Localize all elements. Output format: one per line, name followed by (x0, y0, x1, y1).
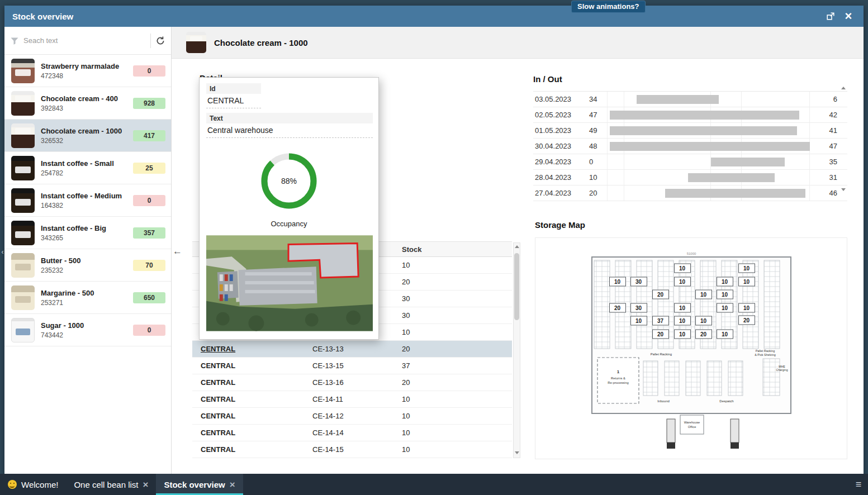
popout-icon[interactable] (823, 9, 838, 23)
edge-collapse-chevron[interactable]: ‹ (0, 246, 5, 258)
in-out-list: 03.05.2023 34 6 02.05.2023 47 42 01.05.2… (533, 91, 847, 201)
cell-id: CE-14-15 (304, 445, 393, 454)
taskbar-tab-label: One cell bean list (74, 480, 138, 489)
stock-table-row[interactable]: CENTRAL CE-14-11 10 (192, 391, 512, 408)
office-label-2: Office (687, 425, 696, 429)
taskbar-tab[interactable]: Welcome! × (0, 474, 66, 495)
product-info: Instant coffee - Small 254782 (41, 159, 133, 177)
returns-label-1: Returns & (611, 377, 625, 380)
in-out-bar-cell (607, 154, 814, 169)
stock-table-row[interactable]: CENTRAL CE-14-12 10 (192, 408, 512, 425)
scroll-down-icon[interactable] (515, 451, 519, 454)
warehouse-link[interactable]: CENTRAL (192, 395, 304, 403)
cell-id: CE-14-14 (304, 429, 393, 437)
pallet-racking-label: Pallet Racking (650, 353, 671, 356)
stock-table-row[interactable]: CENTRAL CE-14-14 10 (192, 425, 512, 441)
main-panel: Chocolate cream - 1000 ← Detail Stock 10… (172, 27, 864, 474)
stock-badge: 650 (133, 292, 165, 303)
product-list-item[interactable]: Butter - 500 235232 70 (4, 249, 171, 282)
refresh-icon[interactable] (155, 36, 165, 46)
storage-map-cell: 10 (717, 330, 733, 339)
pallet-racking-pick-label-2: & Pick Shelving (755, 353, 775, 356)
close-icon[interactable]: × (841, 9, 856, 23)
detail-header: Chocolate cream - 1000 (172, 27, 864, 59)
cell-stock: 10 (393, 261, 512, 269)
scroll-up-icon[interactable] (515, 245, 519, 248)
table-scrollbar[interactable] (513, 242, 520, 458)
product-sku: 235232 (41, 266, 133, 274)
id-field-label: Id (206, 83, 261, 94)
out-value: 35 (814, 158, 837, 166)
stock-badge: 0 (133, 325, 165, 336)
search-input[interactable] (23, 36, 146, 45)
stock-badge: 357 (133, 227, 165, 239)
col-stock-header: Stock (393, 245, 512, 254)
in-out-bar (688, 173, 775, 182)
in-out-row: 30.04.2023 48 47 (533, 139, 847, 154)
stock-table-row[interactable]: CENTRAL CE-13-13 20 (192, 341, 512, 358)
out-value: 47 (814, 142, 837, 150)
product-sidebar: Strawberry marmalade 472348 0 Chocolate … (4, 27, 172, 474)
product-list-item[interactable]: Chocolate cream - 400 392843 928 (4, 87, 171, 120)
warehouse-link[interactable]: CENTRAL (192, 412, 304, 420)
storage-map-cell: 10 (695, 316, 712, 326)
search-divider (150, 34, 151, 48)
product-list-item[interactable]: Sugar - 1000 743442 0 (4, 314, 171, 346)
storage-map-cell: 20 (695, 330, 712, 339)
stock-table-row[interactable]: CENTRAL CE-13-15 37 (192, 358, 512, 374)
product-title: Chocolate cream - 1000 (214, 38, 308, 47)
storage-map-cell: 10 (717, 303, 733, 313)
product-list-item[interactable]: Strawberry marmalade 472348 0 (4, 55, 171, 87)
in-out-bar (711, 158, 785, 166)
taskbar-tab[interactable]: Stock overview × (156, 474, 243, 495)
stock-badge: 928 (133, 98, 165, 109)
taskbar-tab[interactable]: One cell bean list × (66, 474, 156, 495)
slow-animations-badge[interactable]: Slow animations? (571, 1, 646, 13)
product-list-item[interactable]: Chocolate cream - 1000 326532 417 (4, 120, 171, 152)
storage-map-cell: 10 (674, 277, 691, 287)
taskbar-menu-icon[interactable]: ≡ (849, 474, 868, 495)
product-list-item[interactable]: Instant coffee - Medium 164382 0 (4, 184, 171, 217)
warehouse-link[interactable]: CENTRAL (192, 378, 304, 387)
storage-map-cell: 10 (695, 290, 712, 299)
product-info: Margarine - 500 253271 (41, 289, 133, 307)
in-out-scroll-up-icon[interactable] (841, 87, 846, 89)
in-out-bar-cell (607, 170, 814, 185)
scrollbar-thumb[interactable] (514, 253, 519, 320)
taskbar-tab-label: Stock overview (164, 480, 225, 489)
in-out-row: 02.05.2023 47 42 (533, 107, 847, 123)
product-list-item[interactable]: Margarine - 500 253271 650 (4, 282, 171, 314)
storage-map-cell: 10 (717, 277, 733, 287)
in-value: 49 (589, 126, 607, 135)
cell-stock: 20 (393, 278, 512, 286)
warehouse-link[interactable]: CENTRAL (192, 361, 304, 370)
stock-table-row[interactable]: CENTRAL CE-14-15 10 (192, 441, 512, 458)
product-thumbnail (11, 59, 35, 83)
warehouse-link[interactable]: CENTRAL (192, 445, 304, 454)
storage-map-cell: 10 (738, 264, 755, 273)
product-sku: 472348 (41, 72, 133, 80)
stock-table-row[interactable]: CENTRAL CE-13-16 20 (192, 374, 512, 391)
collapse-sidebar-arrow-icon[interactable]: ← (173, 246, 182, 257)
in-out-date: 02.05.2023 (533, 111, 589, 119)
in-out-bar (610, 111, 799, 120)
in-out-date: 01.05.2023 (533, 126, 589, 135)
product-list-item[interactable]: Instant coffee - Small 254782 25 (4, 152, 171, 184)
in-out-bar (610, 126, 798, 135)
tab-close-icon[interactable]: × (230, 480, 235, 489)
warehouse-link[interactable]: CENTRAL (192, 429, 304, 437)
warehouse-link[interactable]: CENTRAL (192, 345, 304, 353)
storage-map-cell: 10 (674, 330, 691, 339)
cell-id: CE-13-16 (304, 378, 393, 387)
product-list-item[interactable]: Instant coffee - Big 343265 357 (4, 217, 171, 249)
product-thumbnail (11, 123, 35, 148)
in-out-scroll-down-icon[interactable] (841, 188, 846, 191)
storage-map-cell: 20 (609, 303, 626, 313)
product-info: Strawberry marmalade 472348 (41, 62, 133, 80)
product-name: Instant coffee - Medium (41, 192, 133, 200)
cell-stock: 10 (393, 412, 512, 420)
taskbar-spacer (243, 474, 849, 495)
tab-close-icon[interactable]: × (143, 480, 149, 489)
pallet-racking-pick-label-1: Pallet Racking (755, 349, 774, 353)
in-out-date: 27.04.2023 (533, 189, 589, 197)
